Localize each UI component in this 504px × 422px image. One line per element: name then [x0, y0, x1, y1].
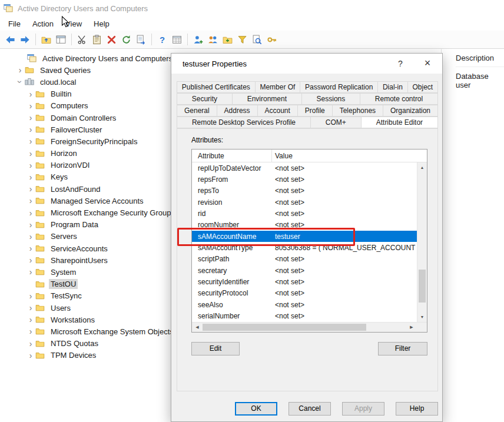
- scroll-down-icon[interactable]: ▼: [417, 313, 427, 321]
- window-titlebar[interactable]: Active Directory Users and Computers: [0, 0, 504, 16]
- chevron-right-icon[interactable]: ›: [26, 256, 35, 264]
- attribute-row-revision[interactable]: revision<not set>: [192, 197, 417, 208]
- horizontal-scroll-thumb[interactable]: [203, 324, 366, 331]
- chevron-right-icon[interactable]: ›: [26, 340, 35, 348]
- scroll-up-icon[interactable]: ▲: [417, 163, 427, 172]
- chevron-right-icon[interactable]: ›: [26, 327, 35, 335]
- tab-telephones[interactable]: Telephones: [333, 105, 383, 117]
- chevron-right-icon[interactable]: ›: [26, 268, 35, 276]
- attribute-row-scriptpath[interactable]: scriptPath<not set>: [192, 254, 417, 265]
- create-user-icon[interactable]: [191, 33, 205, 46]
- attribute-row-securityprotocol[interactable]: securityProtocol<not set>: [192, 288, 417, 299]
- tab-organization[interactable]: Organization: [383, 105, 438, 117]
- tab-remote-desktop-services-profile[interactable]: Remote Desktop Services Profile: [177, 117, 311, 128]
- cancel-button[interactable]: Cancel: [289, 402, 331, 416]
- attribute-row-rid[interactable]: rid<not set>: [192, 208, 417, 219]
- chevron-right-icon[interactable]: ›: [26, 244, 35, 252]
- tab-profile[interactable]: Profile: [298, 105, 333, 117]
- chevron-right-icon[interactable]: ›: [15, 66, 25, 74]
- create-ou-icon[interactable]: [221, 33, 234, 46]
- tab-object[interactable]: Object: [408, 81, 438, 93]
- chevron-right-icon[interactable]: ›: [26, 197, 35, 205]
- chevron-right-icon[interactable]: ›: [26, 149, 35, 158]
- properties-icon[interactable]: [170, 33, 184, 46]
- chevron-right-icon[interactable]: ›: [26, 173, 35, 181]
- chevron-right-icon[interactable]: ›: [26, 304, 35, 312]
- attribute-row-repluptodatevector[interactable]: replUpToDateVector<not set>: [192, 162, 417, 174]
- delete-icon[interactable]: [105, 33, 118, 46]
- chevron-right-icon[interactable]: ›: [26, 161, 35, 170]
- chevron-right-icon[interactable]: ›: [26, 292, 35, 300]
- vertical-scroll-thumb[interactable]: [419, 270, 426, 303]
- folder-icon: [35, 351, 46, 360]
- chevron-right-icon[interactable]: ›: [26, 351, 35, 360]
- chevron-down-icon[interactable]: ›: [16, 77, 24, 87]
- set-filter-icon[interactable]: [236, 33, 249, 46]
- attribute-row-serialnumber[interactable]: serialNumber<not set>: [192, 310, 417, 321]
- attribute-column-header[interactable]: Attribute: [192, 149, 272, 162]
- menu-view[interactable]: View: [59, 18, 88, 30]
- chevron-right-icon[interactable]: ›: [26, 137, 35, 145]
- attribute-row-seealso[interactable]: seeAlso<not set>: [192, 299, 417, 310]
- ok-button[interactable]: OK: [235, 402, 277, 416]
- chevron-right-icon[interactable]: ›: [26, 102, 35, 110]
- folder-icon: [35, 161, 46, 170]
- show-console-tree-icon[interactable]: [54, 33, 68, 46]
- paste-icon[interactable]: [90, 33, 104, 46]
- chevron-right-icon[interactable]: ›: [26, 315, 35, 324]
- value-column-header[interactable]: Value: [272, 149, 427, 162]
- tab-sessions[interactable]: Sessions: [302, 93, 360, 105]
- menu-action[interactable]: Action: [26, 18, 59, 30]
- help-icon[interactable]: ?: [155, 33, 169, 46]
- scroll-left-icon[interactable]: ◀: [193, 323, 202, 332]
- create-group-icon[interactable]: [206, 33, 220, 46]
- horizontal-scrollbar[interactable]: ◀ ▶: [192, 322, 427, 332]
- tab-published-certificates[interactable]: Published Certificates: [177, 81, 256, 93]
- tab-address[interactable]: Address: [217, 105, 258, 117]
- tab-general[interactable]: General: [177, 105, 217, 117]
- attribute-row-secretary[interactable]: secretary<not set>: [192, 265, 417, 276]
- edit-button[interactable]: Edit: [191, 342, 240, 355]
- chevron-right-icon[interactable]: ›: [26, 90, 35, 98]
- help-button[interactable]: Help: [396, 402, 438, 416]
- description-column-header[interactable]: Description: [456, 54, 504, 67]
- chevron-right-icon[interactable]: ›: [26, 232, 35, 241]
- tab-com[interactable]: COM+: [311, 117, 362, 128]
- forward-icon[interactable]: [18, 33, 32, 46]
- apply-button[interactable]: Apply: [342, 402, 384, 416]
- attribute-row-repsto[interactable]: repsTo<not set>: [192, 185, 417, 197]
- tab-password-replication[interactable]: Password Replication: [300, 81, 378, 93]
- tab-remote-control[interactable]: Remote control: [360, 93, 438, 105]
- find-icon[interactable]: [250, 33, 264, 46]
- chevron-right-icon[interactable]: ›: [26, 125, 35, 134]
- folder-icon: [35, 137, 46, 146]
- tree-item-label: cloud.local: [38, 77, 78, 87]
- attribute-row-repsfrom[interactable]: repsFrom<not set>: [192, 174, 417, 185]
- set-password-icon[interactable]: [265, 33, 278, 46]
- back-icon[interactable]: [4, 33, 17, 46]
- chevron-right-icon[interactable]: ›: [26, 114, 35, 122]
- close-icon[interactable]: ×: [416, 55, 439, 71]
- cut-icon[interactable]: [75, 33, 89, 46]
- tab-account[interactable]: Account: [258, 105, 298, 117]
- export-list-icon[interactable]: [134, 33, 148, 46]
- tab-attribute-editor[interactable]: Attribute Editor: [362, 117, 438, 128]
- tab-security[interactable]: Security: [177, 93, 233, 105]
- tree-item-label: LostAndFound: [49, 184, 102, 194]
- vertical-scrollbar[interactable]: ▲ ▼: [417, 162, 427, 322]
- chevron-right-icon[interactable]: ›: [26, 185, 35, 193]
- chevron-right-icon[interactable]: ›: [26, 221, 35, 229]
- menu-file[interactable]: File: [2, 18, 26, 30]
- up-one-level-icon[interactable]: [39, 33, 53, 46]
- tab-dial-in[interactable]: Dial-in: [378, 81, 408, 93]
- attribute-row-securityidentifier[interactable]: securityIdentifier<not set>: [192, 276, 417, 287]
- refresh-icon[interactable]: [120, 33, 133, 46]
- tab-member-of[interactable]: Member Of: [256, 81, 301, 93]
- menu-help[interactable]: Help: [88, 18, 115, 30]
- chevron-right-icon[interactable]: ›: [26, 209, 35, 217]
- scroll-right-icon[interactable]: ▶: [407, 323, 416, 332]
- filter-button[interactable]: Filter: [378, 342, 427, 355]
- tab-row: Published CertificatesMember OfPassword …: [177, 81, 438, 93]
- tab-environment[interactable]: Environment: [233, 93, 302, 105]
- dialog-help-button[interactable]: ?: [392, 58, 409, 70]
